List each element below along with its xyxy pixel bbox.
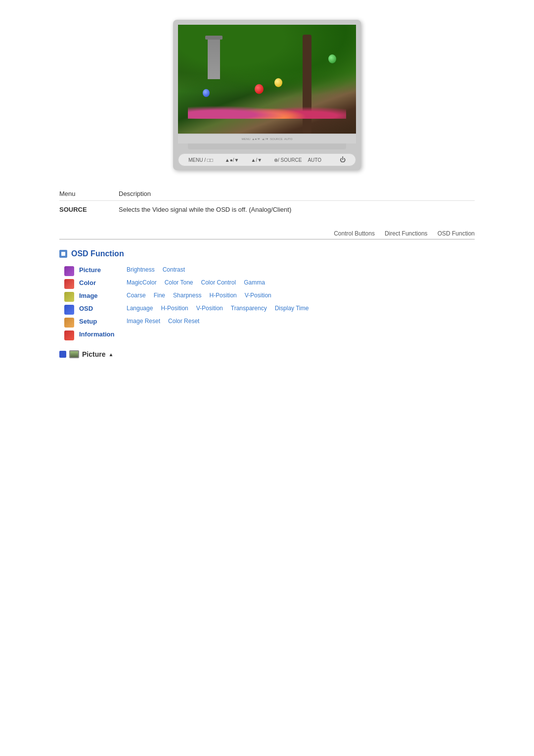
- scene-balloon-blue: [203, 89, 210, 97]
- osd-menu-icon: [64, 305, 74, 315]
- scene-balloon-red: [255, 84, 264, 94]
- osd-item-osd-vposition[interactable]: V-Position: [193, 305, 226, 312]
- picture-heading-arrow: ▲: [108, 352, 113, 357]
- scene-balloon-green: [328, 54, 336, 63]
- scene-balloon-yellow: [274, 78, 282, 87]
- osd-item-magiccolor[interactable]: MagicColor: [124, 279, 160, 286]
- table-col-menu-header: Menu: [59, 190, 119, 197]
- osd-menu-row-picture: Picture Brightness Contrast: [64, 266, 475, 276]
- osd-menu-table: Picture Brightness Contrast Color MagicC…: [64, 266, 475, 340]
- osd-item-color-tone[interactable]: Color Tone: [162, 279, 196, 286]
- osd-icon-cell-image: [64, 292, 79, 302]
- table-col-desc-header: Description: [119, 190, 475, 197]
- table-row: SOURCE Selects the Video signal while th…: [59, 204, 475, 215]
- image-menu-icon: [64, 292, 74, 302]
- osd-menu-name-setup: Setup: [79, 318, 124, 325]
- osd-heading-text: OSD Function: [71, 249, 124, 258]
- osd-heading-icon: [59, 250, 67, 258]
- osd-item-transparency[interactable]: Transparency: [228, 305, 270, 312]
- osd-item-color-reset[interactable]: Color Reset: [165, 318, 202, 325]
- osd-heading: OSD Function: [59, 249, 475, 258]
- nav-tabs-section: Control Buttons Direct Functions OSD Fun…: [59, 230, 475, 239]
- osd-item-gamma[interactable]: Gamma: [241, 279, 268, 286]
- osd-menu-items-picture: Brightness Contrast: [124, 266, 475, 273]
- osd-heading-icon-inner: [61, 252, 65, 256]
- osd-menu-row-image: Image Coarse Fine Sharpness H-Position V…: [64, 292, 475, 302]
- osd-menu-items-image: Coarse Fine Sharpness H-Position V-Posit…: [124, 292, 475, 299]
- osd-item-image-reset[interactable]: Image Reset: [124, 318, 163, 325]
- osd-item-image-vposition[interactable]: V-Position: [242, 292, 274, 299]
- osd-icon-cell-color: [64, 279, 79, 289]
- osd-menu-name-picture: Picture: [79, 266, 124, 274]
- monitor-bezel-dots: MENU▲●/▼▲/▼SOURCEAUTO: [242, 138, 293, 141]
- page-wrapper: MENU▲●/▼▲/▼SOURCEAUTO MENU / □□ ▲●/▼ ▲/▼…: [0, 0, 534, 383]
- osd-menu-name-osd: OSD: [79, 305, 124, 312]
- table-menu-source: SOURCE: [59, 206, 119, 213]
- tab-osd-function[interactable]: OSD Function: [438, 230, 475, 237]
- osd-item-osd-hposition[interactable]: H-Position: [158, 305, 191, 312]
- monitor-stand-top: [188, 143, 346, 149]
- osd-menu-items-osd: Language H-Position V-Position Transpare…: [124, 305, 475, 312]
- table-desc-source: Selects the Video signal while the OSD i…: [119, 206, 475, 213]
- table-header: Menu Description: [59, 190, 475, 201]
- picture-menu-icon: [64, 266, 74, 276]
- tab-direct-functions[interactable]: Direct Functions: [385, 230, 428, 237]
- osd-item-brightness[interactable]: Brightness: [124, 266, 158, 273]
- osd-menu-name-image: Image: [79, 292, 124, 299]
- osd-item-fine[interactable]: Fine: [151, 292, 168, 299]
- picture-heading-text: Picture: [82, 350, 105, 358]
- power-icon[interactable]: ⏻: [340, 156, 346, 163]
- osd-icon-cell-information: [64, 331, 79, 340]
- osd-menu-name-information[interactable]: Information: [79, 331, 124, 338]
- tab-control-buttons[interactable]: Control Buttons: [334, 230, 375, 237]
- osd-menu-row-color: Color MagicColor Color Tone Color Contro…: [64, 279, 475, 289]
- osd-item-language[interactable]: Language: [124, 305, 156, 312]
- monitor-bezel-bottom: MENU▲●/▼▲/▼SOURCEAUTO: [178, 135, 356, 143]
- osd-section: OSD Function Picture Brightness Contrast: [59, 249, 475, 340]
- picture-nav-icon: [59, 351, 66, 358]
- menu-ctrl-label: MENU / □□: [188, 157, 213, 163]
- osd-icon-cell-setup: [64, 318, 79, 328]
- osd-item-color-control[interactable]: Color Control: [198, 279, 239, 286]
- monitor-screen: [178, 25, 356, 134]
- scene-pagoda: [208, 40, 220, 79]
- monitor-outer: MENU▲●/▼▲/▼SOURCEAUTO MENU / □□ ▲●/▼ ▲/▼…: [173, 20, 361, 170]
- auto-ctrl-label: AUTO: [308, 157, 321, 163]
- color-menu-icon: [64, 279, 74, 289]
- table-section: Menu Description SOURCE Selects the Vide…: [59, 190, 475, 215]
- monitor-controls-bar: MENU / □□ ▲●/▼ ▲/▼ ⊕/ SOURCE AUTO ⏻: [178, 153, 356, 166]
- scene-tree-trunk: [303, 35, 312, 134]
- osd-menu-name-color: Color: [79, 279, 124, 286]
- osd-icon-cell-osd: [64, 305, 79, 315]
- osd-menu-items-setup: Image Reset Color Reset: [124, 318, 475, 325]
- info-menu-icon: [64, 331, 74, 340]
- osd-item-image-hposition[interactable]: H-Position: [206, 292, 239, 299]
- osd-item-sharpness[interactable]: Sharpness: [170, 292, 204, 299]
- osd-menu-row-setup: Setup Image Reset Color Reset: [64, 318, 475, 328]
- osd-item-coarse[interactable]: Coarse: [124, 292, 149, 299]
- monitor-section: MENU▲●/▼▲/▼SOURCEAUTO MENU / □□ ▲●/▼ ▲/▼…: [30, 20, 504, 170]
- source-ctrl-label: ⊕/ SOURCE: [274, 157, 302, 163]
- osd-item-display-time[interactable]: Display Time: [272, 305, 312, 312]
- picture-heading: Picture ▲: [59, 350, 475, 358]
- position-ctrl-label: ▲/▼: [251, 157, 262, 163]
- osd-item-contrast[interactable]: Contrast: [160, 266, 188, 273]
- setup-menu-icon: [64, 318, 74, 328]
- scene-flowers: [188, 99, 346, 119]
- brightness-ctrl-label: ▲●/▼: [225, 157, 239, 163]
- osd-menu-items-color: MagicColor Color Tone Color Control Gamm…: [124, 279, 475, 286]
- osd-icon-cell-picture: [64, 266, 79, 276]
- osd-menu-row-information: Information: [64, 331, 475, 340]
- picture-monitor-icon: [69, 350, 79, 358]
- osd-menu-row-osd: OSD Language H-Position V-Position Trans…: [64, 305, 475, 315]
